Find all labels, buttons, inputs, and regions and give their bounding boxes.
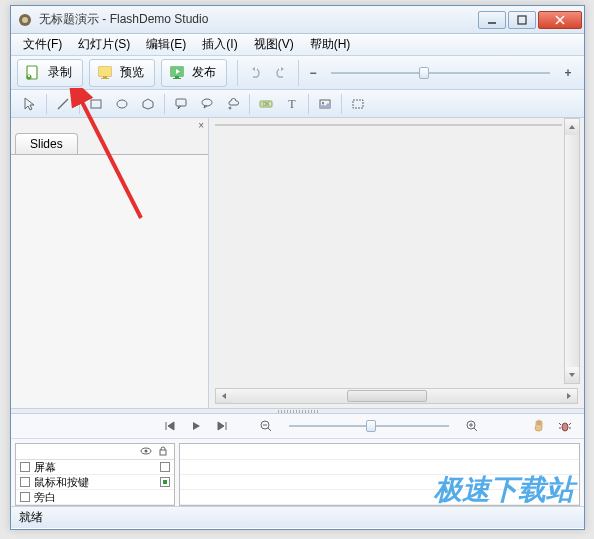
svg-line-29 [268,428,271,431]
slides-list[interactable] [11,154,208,408]
menu-edit[interactable]: 编辑(E) [138,34,194,55]
zoom-in-button[interactable]: + [562,66,574,80]
publish-button[interactable]: 发布 [161,59,227,87]
redo-button[interactable] [269,61,293,85]
timeline-tool-hand-icon[interactable] [527,414,551,438]
svg-rect-9 [99,67,111,76]
play-button[interactable] [184,414,208,438]
canvas[interactable] [215,124,562,126]
status-text: 就绪 [19,509,43,526]
timeline-tracks[interactable] [179,443,580,506]
track-row-narration[interactable]: 旁白 [16,490,174,505]
vertical-scrollbar[interactable] [564,118,580,384]
button-tool[interactable]: OK [254,92,278,116]
visibility-icon[interactable] [140,445,152,459]
body: × Slides [11,118,584,408]
timeline-zoom-slider[interactable] [289,425,449,427]
timeline-tool-bug-icon[interactable] [553,414,577,438]
svg-point-26 [322,102,324,104]
svg-line-32 [474,428,477,431]
image-tool[interactable] [313,92,337,116]
svg-line-36 [559,423,561,425]
rectangle-tool[interactable] [84,92,108,116]
record-icon [24,64,42,82]
svg-line-37 [569,423,571,425]
menu-slide[interactable]: 幻灯片(S) [70,34,138,55]
preview-label: 预览 [120,64,144,81]
svg-rect-3 [518,16,526,24]
canvas-area [209,118,584,408]
zoom-out-button[interactable]: − [307,66,319,80]
svg-point-20 [202,99,212,106]
scroll-right-icon[interactable] [561,389,577,403]
track-row-screen[interactable]: 屏幕 [16,460,174,475]
svg-point-18 [117,100,127,108]
callout-round-tool[interactable] [195,92,219,116]
svg-rect-19 [176,99,186,106]
panel-close-button[interactable]: × [11,118,208,132]
shape-toolbar: OK T [11,90,584,118]
lock-icon[interactable] [158,445,168,459]
svg-point-35 [562,423,568,431]
scroll-up-icon[interactable] [565,119,579,135]
first-frame-button[interactable] [158,414,182,438]
slides-tab[interactable]: Slides [15,133,78,154]
app-icon [17,12,33,28]
svg-point-1 [22,17,28,23]
svg-rect-15 [173,78,181,79]
timeline-zoom-in-button[interactable] [460,414,484,438]
timeline-tracks-header: 屏幕 鼠标和按键 旁白 [15,443,175,506]
record-label: 录制 [48,64,72,81]
svg-point-41 [145,449,148,452]
timeline-zoom-out-button[interactable] [254,414,278,438]
svg-text:OK: OK [262,101,270,107]
last-frame-button[interactable] [210,414,234,438]
menubar: 文件(F) 幻灯片(S) 编辑(E) 插入(I) 视图(V) 帮助(H) [11,34,584,56]
undo-button[interactable] [243,61,267,85]
minimize-button[interactable] [478,11,506,29]
timeline-panel: 屏幕 鼠标和按键 旁白 [11,414,584,506]
hotspot-tool[interactable] [346,92,370,116]
line-tool[interactable] [51,92,75,116]
window-title: 无标题演示 - FlashDemo Studio [39,11,476,28]
maximize-button[interactable] [508,11,536,29]
titlebar: 无标题演示 - FlashDemo Studio [11,6,584,34]
publish-icon [168,64,186,82]
polygon-tool[interactable] [136,92,160,116]
menu-file[interactable]: 文件(F) [15,34,70,55]
main-toolbar: 录制 预览 发布 − + [11,56,584,90]
record-button[interactable]: 录制 [17,59,83,87]
close-button[interactable] [538,11,582,29]
svg-rect-42 [160,450,166,455]
svg-rect-10 [103,76,107,78]
separator [237,60,238,86]
svg-line-16 [58,99,68,109]
text-tool[interactable]: T [280,92,304,116]
separator [298,60,299,86]
scroll-left-icon[interactable] [216,389,232,403]
svg-point-21 [229,107,231,109]
callout-rect-tool[interactable] [169,92,193,116]
svg-rect-11 [101,78,109,79]
track-row-mouse[interactable]: 鼠标和按键 [16,475,174,490]
menu-view[interactable]: 视图(V) [246,34,302,55]
horizontal-scrollbar[interactable] [215,388,578,404]
callout-cloud-tool[interactable] [221,92,245,116]
svg-rect-27 [353,100,363,108]
svg-text:T: T [288,97,296,111]
zoom-slider[interactable] [331,72,550,74]
scroll-down-icon[interactable] [565,367,579,383]
preview-icon [96,64,114,82]
main-window: 无标题演示 - FlashDemo Studio 文件(F) 幻灯片(S) 编辑… [10,5,585,530]
slides-panel: × Slides [11,118,209,408]
menu-help[interactable]: 帮助(H) [302,34,359,55]
publish-label: 发布 [192,64,216,81]
ellipse-tool[interactable] [110,92,134,116]
preview-button[interactable]: 预览 [89,59,155,87]
menu-insert[interactable]: 插入(I) [194,34,245,55]
svg-rect-17 [91,100,101,108]
pointer-tool[interactable] [18,92,42,116]
svg-rect-14 [175,76,179,78]
